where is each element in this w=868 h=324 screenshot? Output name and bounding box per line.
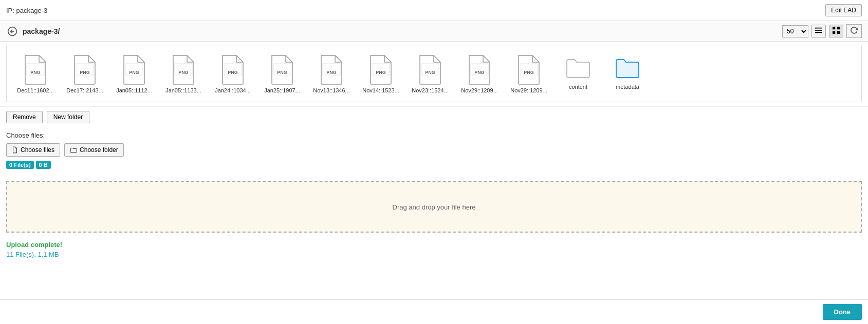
svg-rect-5	[833, 27, 835, 29]
list-item[interactable]: PNG Nov29::1209...	[459, 54, 500, 93]
upload-info-size: 1.1 MB	[38, 251, 59, 258]
file-label: Dec17::2143...	[66, 87, 103, 93]
remove-button[interactable]: Remove	[6, 111, 43, 123]
choose-buttons: Choose files Choose folder	[6, 143, 862, 157]
file-label: Jan05::1112...	[116, 87, 152, 93]
svg-rect-3	[815, 30, 822, 31]
list-item[interactable]: PNG Jan25::1907...	[262, 54, 303, 93]
upload-status: Upload complete! 11 File(s), 1.1 MB	[0, 237, 868, 262]
list-item[interactable]: content	[558, 54, 599, 90]
upload-section: Choose files: Choose files Choose folder…	[0, 127, 868, 177]
file-icon-small	[12, 146, 18, 154]
file-icon: PNG	[319, 54, 344, 85]
svg-text:PNG: PNG	[178, 70, 189, 75]
list-item[interactable]: PNG Dec17::2143...	[64, 54, 105, 93]
nav-bar: package-3/ 10 25 50 100	[0, 21, 868, 42]
svg-rect-4	[815, 32, 822, 33]
list-item[interactable]: PNG Jan05::1133...	[163, 54, 204, 93]
upload-complete-text: Upload complete!	[6, 241, 862, 249]
choose-folder-button[interactable]: Choose folder	[64, 143, 124, 157]
svg-text:PNG: PNG	[524, 70, 534, 75]
refresh-icon	[850, 26, 858, 34]
folder-icon-blue	[615, 54, 640, 82]
actions-bar: Remove New folder	[0, 106, 868, 127]
per-page-select[interactable]: 10 25 50 100	[782, 25, 808, 37]
file-label: Nov29::1209...	[510, 87, 547, 93]
file-icon: PNG	[171, 54, 196, 85]
file-icon: PNG	[72, 54, 98, 85]
file-icon: PNG	[220, 54, 246, 85]
folder-icon	[565, 54, 591, 82]
file-icon: PNG	[368, 54, 394, 85]
file-label: Dec11::1602...	[17, 87, 54, 93]
list-view-button[interactable]	[811, 25, 826, 37]
drop-zone-text: Drag and drop your file here	[393, 203, 476, 211]
svg-text:PNG: PNG	[474, 70, 485, 75]
list-item[interactable]: metadata	[607, 54, 648, 90]
svg-rect-7	[833, 31, 835, 34]
file-label: Jan05::1133...	[165, 87, 201, 93]
file-label: Nov29::1209...	[461, 87, 498, 93]
svg-rect-6	[837, 27, 840, 29]
breadcrumb: package-3/	[23, 27, 60, 35]
file-browser: PNG Dec11::1602... PNG Dec17::2143... PN…	[6, 46, 862, 102]
list-item[interactable]: PNG Jan24::1034...	[212, 54, 253, 93]
upload-info-prefix: 11 File(s),	[6, 251, 38, 258]
file-label: Nov23::1524...	[412, 87, 449, 93]
file-label: Nov13::1346...	[313, 87, 350, 93]
file-icon: PNG	[516, 54, 542, 85]
choose-files-button[interactable]: Choose files	[6, 143, 60, 157]
svg-text:PNG: PNG	[228, 70, 238, 75]
nav-left: package-3/	[6, 25, 60, 37]
list-item[interactable]: PNG Jan05::1112...	[114, 54, 155, 93]
upload-info: 11 File(s), 1.1 MB	[6, 251, 862, 258]
drop-zone[interactable]: Drag and drop your file here	[6, 181, 862, 233]
file-label: Jan24::1034...	[215, 87, 251, 93]
file-count-badge: 0 File(s)	[6, 161, 34, 169]
file-label: metadata	[616, 84, 639, 90]
folder-icon-small	[70, 147, 77, 153]
svg-rect-2	[815, 28, 822, 29]
file-label: Nov14::1523...	[362, 87, 399, 93]
svg-text:PNG: PNG	[326, 70, 337, 75]
refresh-button[interactable]	[846, 24, 862, 38]
file-count-badges: 0 File(s) 0 B	[6, 161, 862, 169]
edit-ead-button[interactable]: Edit EAD	[825, 4, 862, 16]
grid-icon	[833, 27, 840, 34]
svg-text:PNG: PNG	[80, 70, 90, 75]
list-item[interactable]: PNG Dec11::1602...	[15, 54, 56, 93]
file-icon: PNG	[23, 54, 48, 85]
back-icon	[7, 26, 17, 36]
top-bar: IP: package-3 Edit EAD	[0, 0, 868, 21]
choose-files-label: Choose files:	[6, 131, 862, 139]
svg-text:PNG: PNG	[129, 70, 139, 75]
list-item[interactable]: PNG Nov23::1524...	[410, 54, 451, 93]
svg-text:PNG: PNG	[277, 70, 287, 75]
new-folder-button[interactable]: New folder	[47, 111, 89, 123]
back-button[interactable]	[6, 25, 19, 37]
file-label: content	[569, 84, 587, 90]
list-icon	[815, 27, 822, 34]
svg-rect-8	[837, 31, 840, 34]
list-item[interactable]: PNG Nov13::1346...	[311, 54, 352, 93]
svg-text:PNG: PNG	[30, 70, 41, 75]
nav-right: 10 25 50 100	[782, 24, 862, 38]
file-icon: PNG	[467, 54, 492, 85]
file-label: Jan25::1907...	[264, 87, 300, 93]
grid-view-button[interactable]	[829, 25, 843, 37]
file-icon: PNG	[121, 54, 147, 85]
file-size-badge: 0 B	[36, 161, 51, 169]
svg-text:PNG: PNG	[425, 70, 435, 75]
list-item[interactable]: PNG Nov29::1209...	[508, 54, 549, 93]
svg-text:PNG: PNG	[376, 70, 386, 75]
ip-label: IP: package-3	[6, 7, 47, 14]
file-icon: PNG	[269, 54, 295, 85]
file-icon: PNG	[417, 54, 443, 85]
list-item[interactable]: PNG Nov14::1523...	[360, 54, 401, 93]
